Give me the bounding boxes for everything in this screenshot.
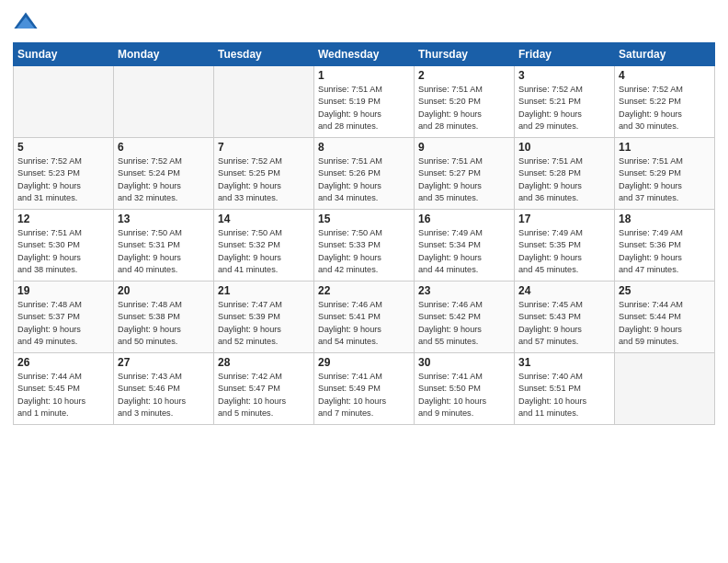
day-number: 13 [118, 213, 210, 225]
weekday-saturday: Saturday [615, 43, 715, 66]
day-number: 27 [118, 356, 210, 369]
day-number: 15 [318, 213, 410, 225]
calendar-cell: 26Sunrise: 7:44 AM Sunset: 5:45 PM Dayli… [14, 353, 114, 425]
week-row-4: 26Sunrise: 7:44 AM Sunset: 5:45 PM Dayli… [14, 353, 715, 425]
week-row-1: 5Sunrise: 7:52 AM Sunset: 5:23 PM Daylig… [14, 138, 715, 210]
calendar-cell: 30Sunrise: 7:41 AM Sunset: 5:50 PM Dayli… [415, 353, 515, 425]
calendar-cell: 17Sunrise: 7:49 AM Sunset: 5:35 PM Dayli… [515, 210, 615, 282]
day-number: 2 [418, 69, 510, 82]
calendar-cell: 12Sunrise: 7:51 AM Sunset: 5:30 PM Dayli… [14, 210, 114, 282]
day-info: Sunrise: 7:48 AM Sunset: 5:37 PM Dayligh… [17, 299, 109, 348]
weekday-friday: Friday [515, 43, 615, 66]
day-info: Sunrise: 7:51 AM Sunset: 5:29 PM Dayligh… [619, 155, 711, 204]
weekday-sunday: Sunday [14, 43, 114, 66]
weekday-header-row: SundayMondayTuesdayWednesdayThursdayFrid… [14, 43, 715, 66]
calendar-cell: 1Sunrise: 7:51 AM Sunset: 5:19 PM Daylig… [314, 66, 415, 138]
weekday-thursday: Thursday [415, 43, 515, 66]
calendar-cell: 29Sunrise: 7:41 AM Sunset: 5:49 PM Dayli… [314, 353, 415, 425]
day-info: Sunrise: 7:51 AM Sunset: 5:19 PM Dayligh… [318, 84, 410, 132]
day-number: 3 [518, 69, 610, 82]
day-number: 6 [118, 141, 210, 154]
day-number: 19 [17, 284, 109, 297]
day-info: Sunrise: 7:52 AM Sunset: 5:21 PM Dayligh… [518, 84, 610, 132]
logo [13, 9, 42, 35]
calendar-cell: 16Sunrise: 7:49 AM Sunset: 5:34 PM Dayli… [415, 210, 515, 282]
day-number: 7 [218, 141, 310, 154]
day-info: Sunrise: 7:51 AM Sunset: 5:28 PM Dayligh… [518, 155, 610, 204]
calendar-cell [114, 66, 214, 138]
day-number: 28 [218, 356, 310, 369]
day-number: 25 [619, 284, 711, 297]
calendar-table: SundayMondayTuesdayWednesdayThursdayFrid… [13, 42, 715, 425]
day-info: Sunrise: 7:46 AM Sunset: 5:42 PM Dayligh… [418, 299, 510, 348]
calendar-cell: 18Sunrise: 7:49 AM Sunset: 5:36 PM Dayli… [615, 210, 715, 282]
calendar-cell: 8Sunrise: 7:51 AM Sunset: 5:26 PM Daylig… [314, 138, 415, 210]
calendar-cell: 7Sunrise: 7:52 AM Sunset: 5:25 PM Daylig… [214, 138, 314, 210]
day-info: Sunrise: 7:42 AM Sunset: 5:47 PM Dayligh… [218, 371, 310, 419]
day-number: 5 [17, 141, 109, 154]
week-row-3: 19Sunrise: 7:48 AM Sunset: 5:37 PM Dayli… [14, 282, 715, 353]
calendar-cell [14, 66, 114, 138]
day-info: Sunrise: 7:41 AM Sunset: 5:50 PM Dayligh… [418, 371, 510, 419]
day-info: Sunrise: 7:50 AM Sunset: 5:33 PM Dayligh… [318, 227, 410, 276]
day-info: Sunrise: 7:52 AM Sunset: 5:23 PM Dayligh… [17, 155, 109, 204]
day-number: 9 [418, 141, 510, 154]
calendar-cell: 6Sunrise: 7:52 AM Sunset: 5:24 PM Daylig… [114, 138, 214, 210]
day-info: Sunrise: 7:52 AM Sunset: 5:24 PM Dayligh… [118, 155, 210, 204]
page: SundayMondayTuesdayWednesdayThursdayFrid… [0, 0, 728, 563]
day-number: 24 [518, 284, 610, 297]
day-info: Sunrise: 7:51 AM Sunset: 5:20 PM Dayligh… [418, 84, 510, 132]
week-row-2: 12Sunrise: 7:51 AM Sunset: 5:30 PM Dayli… [14, 210, 715, 282]
day-number: 12 [17, 213, 109, 225]
calendar-cell: 11Sunrise: 7:51 AM Sunset: 5:29 PM Dayli… [615, 138, 715, 210]
calendar-cell: 9Sunrise: 7:51 AM Sunset: 5:27 PM Daylig… [415, 138, 515, 210]
day-number: 10 [518, 141, 610, 154]
day-info: Sunrise: 7:50 AM Sunset: 5:32 PM Dayligh… [218, 227, 310, 276]
day-number: 8 [318, 141, 410, 154]
day-info: Sunrise: 7:47 AM Sunset: 5:39 PM Dayligh… [218, 299, 310, 348]
calendar-cell: 13Sunrise: 7:50 AM Sunset: 5:31 PM Dayli… [114, 210, 214, 282]
day-info: Sunrise: 7:49 AM Sunset: 5:34 PM Dayligh… [418, 227, 510, 276]
calendar-cell: 28Sunrise: 7:42 AM Sunset: 5:47 PM Dayli… [214, 353, 314, 425]
weekday-tuesday: Tuesday [214, 43, 314, 66]
logo-icon [13, 9, 39, 35]
day-number: 20 [118, 284, 210, 297]
day-number: 22 [318, 284, 410, 297]
calendar-cell: 24Sunrise: 7:45 AM Sunset: 5:43 PM Dayli… [515, 282, 615, 353]
calendar-cell: 22Sunrise: 7:46 AM Sunset: 5:41 PM Dayli… [314, 282, 415, 353]
day-info: Sunrise: 7:44 AM Sunset: 5:44 PM Dayligh… [619, 299, 711, 348]
day-info: Sunrise: 7:51 AM Sunset: 5:27 PM Dayligh… [418, 155, 510, 204]
day-info: Sunrise: 7:52 AM Sunset: 5:25 PM Dayligh… [218, 155, 310, 204]
day-info: Sunrise: 7:41 AM Sunset: 5:49 PM Dayligh… [318, 371, 410, 419]
day-info: Sunrise: 7:43 AM Sunset: 5:46 PM Dayligh… [118, 371, 210, 419]
calendar-cell: 23Sunrise: 7:46 AM Sunset: 5:42 PM Dayli… [415, 282, 515, 353]
day-number: 14 [218, 213, 310, 225]
calendar-cell: 31Sunrise: 7:40 AM Sunset: 5:51 PM Dayli… [515, 353, 615, 425]
calendar-cell: 5Sunrise: 7:52 AM Sunset: 5:23 PM Daylig… [14, 138, 114, 210]
day-info: Sunrise: 7:50 AM Sunset: 5:31 PM Dayligh… [118, 227, 210, 276]
day-number: 4 [619, 69, 711, 82]
calendar-cell: 27Sunrise: 7:43 AM Sunset: 5:46 PM Dayli… [114, 353, 214, 425]
day-number: 31 [518, 356, 610, 369]
calendar-cell: 10Sunrise: 7:51 AM Sunset: 5:28 PM Dayli… [515, 138, 615, 210]
calendar-cell: 25Sunrise: 7:44 AM Sunset: 5:44 PM Dayli… [615, 282, 715, 353]
day-info: Sunrise: 7:49 AM Sunset: 5:36 PM Dayligh… [619, 227, 711, 276]
calendar-cell [214, 66, 314, 138]
day-info: Sunrise: 7:46 AM Sunset: 5:41 PM Dayligh… [318, 299, 410, 348]
day-info: Sunrise: 7:45 AM Sunset: 5:43 PM Dayligh… [518, 299, 610, 348]
week-row-0: 1Sunrise: 7:51 AM Sunset: 5:19 PM Daylig… [14, 66, 715, 138]
calendar-cell: 20Sunrise: 7:48 AM Sunset: 5:38 PM Dayli… [114, 282, 214, 353]
calendar-cell [615, 353, 715, 425]
calendar-cell: 4Sunrise: 7:52 AM Sunset: 5:22 PM Daylig… [615, 66, 715, 138]
calendar-cell: 2Sunrise: 7:51 AM Sunset: 5:20 PM Daylig… [415, 66, 515, 138]
day-number: 21 [218, 284, 310, 297]
day-number: 1 [318, 69, 410, 82]
day-number: 23 [418, 284, 510, 297]
day-info: Sunrise: 7:40 AM Sunset: 5:51 PM Dayligh… [518, 371, 610, 419]
day-info: Sunrise: 7:51 AM Sunset: 5:26 PM Dayligh… [318, 155, 410, 204]
weekday-monday: Monday [114, 43, 214, 66]
day-info: Sunrise: 7:51 AM Sunset: 5:30 PM Dayligh… [17, 227, 109, 276]
calendar-cell: 3Sunrise: 7:52 AM Sunset: 5:21 PM Daylig… [515, 66, 615, 138]
day-number: 16 [418, 213, 510, 225]
day-number: 18 [619, 213, 711, 225]
